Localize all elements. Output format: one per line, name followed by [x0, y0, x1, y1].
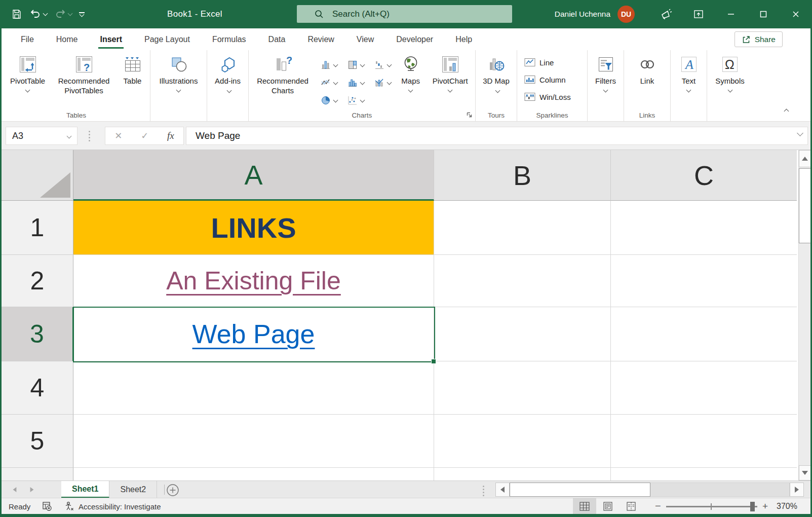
cell-C5[interactable] [611, 415, 797, 468]
sheet-tab-sheet2[interactable]: Sheet2 [109, 481, 157, 498]
cell-C3[interactable] [611, 307, 797, 361]
maps-button[interactable]: Maps [396, 54, 425, 109]
user-name[interactable]: Daniel Uchenna [555, 10, 610, 19]
page-break-preview-button[interactable] [620, 498, 643, 514]
text-button[interactable]: A Text [673, 54, 705, 92]
scroll-down-button[interactable] [799, 465, 811, 481]
zoom-slider-track[interactable] [666, 506, 757, 507]
cell-B6-partial[interactable] [434, 468, 611, 481]
sparkline-line-button[interactable]: Line [524, 54, 554, 70]
illustrations-button[interactable]: Illustrations [152, 54, 205, 92]
scroll-right-button[interactable] [790, 483, 804, 497]
close-button[interactable] [780, 0, 812, 28]
cell-A2-hyperlink[interactable]: An Existing File [166, 266, 341, 296]
row-header-4[interactable]: 4 [2, 361, 73, 415]
scrollbar-resize-handle[interactable] [483, 486, 484, 496]
sparkline-winloss-button[interactable]: Win/Loss [524, 89, 571, 105]
insert-histogram-chart-button[interactable] [342, 73, 369, 91]
cell-C4[interactable] [611, 361, 797, 415]
insert-function-button[interactable]: fx [167, 130, 174, 141]
recommended-pivottables-button[interactable]: ? Recommended PivotTables [51, 54, 117, 96]
row-header-2[interactable]: 2 [2, 255, 73, 307]
symbols-button[interactable]: Ω Symbols [710, 54, 750, 92]
zoom-slider-thumb[interactable] [750, 502, 755, 511]
next-sheet-button[interactable] [30, 487, 34, 492]
cell-A5[interactable] [73, 415, 434, 468]
normal-view-button[interactable] [573, 498, 596, 514]
tab-home[interactable]: Home [45, 28, 89, 50]
recommended-charts-button[interactable]: ? Recommended Charts [253, 54, 313, 109]
insert-combo-chart-button[interactable] [369, 73, 396, 91]
horizontal-scrollbar-thumb[interactable] [510, 483, 650, 497]
confirm-entry-button[interactable]: ✓ [141, 130, 148, 141]
zoom-level[interactable]: 370% [777, 498, 797, 514]
coming-soon-button[interactable] [650, 0, 682, 28]
row-header-3[interactable]: 3 [2, 307, 73, 361]
cancel-entry-button[interactable]: ✕ [114, 130, 122, 141]
name-box[interactable]: A3 [6, 127, 78, 145]
macro-record-button[interactable] [42, 498, 52, 514]
insert-line-chart-button[interactable] [316, 73, 342, 91]
sparkline-column-button[interactable]: Column [524, 71, 566, 88]
cell-A3-hyperlink[interactable]: Web Page [192, 319, 315, 349]
row-header-5[interactable]: 5 [2, 415, 73, 468]
cell-C2[interactable] [611, 255, 797, 307]
pivottable-button[interactable]: PivotTable [5, 54, 51, 96]
fill-handle[interactable] [431, 359, 436, 364]
insert-hierarchy-chart-button[interactable] [342, 56, 369, 73]
minimize-button[interactable] [715, 0, 747, 28]
formula-input[interactable]: Web Page [186, 127, 808, 145]
column-header-c[interactable]: C [611, 150, 797, 201]
cell-B2[interactable] [434, 255, 611, 307]
cell-B1[interactable] [434, 201, 611, 255]
insert-column-chart-button[interactable] [316, 56, 342, 73]
tab-view[interactable]: View [345, 28, 385, 50]
table-button[interactable]: Table [117, 54, 148, 96]
zoom-in-button[interactable]: + [762, 501, 768, 512]
tab-formulas[interactable]: Formulas [201, 28, 257, 50]
tab-developer[interactable]: Developer [385, 28, 444, 50]
new-sheet-button[interactable] [166, 483, 180, 497]
insert-waterfall-chart-button[interactable] [369, 56, 396, 73]
insert-scatter-chart-button[interactable] [342, 91, 369, 109]
sheet-tab-sheet1[interactable]: Sheet1 [61, 481, 109, 498]
cell-A3[interactable]: Web Page [73, 307, 434, 361]
tab-review[interactable]: Review [296, 28, 345, 50]
tab-help[interactable]: Help [444, 28, 483, 50]
cell-A2[interactable]: An Existing File [73, 255, 434, 307]
formula-bar-resize-handle[interactable] [89, 131, 90, 141]
customize-quick-access-toolbar-button[interactable] [79, 12, 85, 16]
select-all-button[interactable] [2, 150, 73, 201]
tab-file[interactable]: File [10, 28, 45, 50]
page-layout-view-button[interactable] [596, 498, 620, 514]
insert-pie-chart-button[interactable] [316, 91, 342, 109]
pivotchart-button[interactable]: PivotChart [425, 54, 475, 109]
scroll-left-button[interactable] [495, 483, 510, 497]
maximize-button[interactable] [747, 0, 780, 28]
cell-A6-partial[interactable] [73, 468, 434, 481]
cell-C6-partial[interactable] [611, 468, 797, 481]
save-button[interactable] [11, 9, 22, 20]
cell-A1[interactable]: LINKS [73, 201, 434, 255]
scroll-up-button[interactable] [799, 150, 811, 167]
vertical-scrollbar[interactable] [798, 150, 810, 481]
vertical-scrollbar-thumb[interactable] [799, 168, 811, 243]
ribbon-display-options-button[interactable] [682, 0, 715, 28]
addins-button[interactable]: Add-ins [210, 54, 246, 96]
zoom-out-button[interactable]: − [655, 500, 661, 512]
link-button[interactable]: Link [627, 54, 668, 86]
tab-page-layout[interactable]: Page Layout [133, 28, 201, 50]
row-header-6-partial[interactable] [2, 468, 73, 481]
share-button[interactable]: Share [734, 31, 783, 47]
tab-insert[interactable]: Insert [89, 28, 133, 50]
undo-button[interactable] [29, 8, 47, 20]
cell-B3[interactable] [434, 307, 611, 361]
cell-C1[interactable] [611, 201, 797, 255]
column-header-b[interactable]: B [434, 150, 611, 201]
filters-button[interactable]: Filters [589, 54, 623, 92]
column-header-a[interactable]: A [73, 150, 434, 201]
search-box[interactable]: Search (Alt+Q) [297, 5, 512, 23]
cell-A4[interactable] [73, 361, 434, 415]
3d-map-button[interactable]: 3D Map [478, 54, 515, 96]
charts-dialog-launcher[interactable] [466, 112, 473, 118]
